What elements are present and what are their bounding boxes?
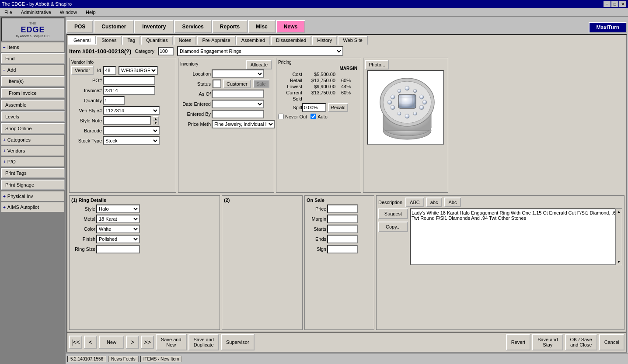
nav-services[interactable]: Services xyxy=(174,20,211,33)
nav-inventory[interactable]: Inventory xyxy=(134,20,174,33)
metal-row: Metal 18 Karat xyxy=(71,215,218,223)
sidebar-item-po[interactable]: + P/O xyxy=(1,156,65,167)
scrollbar[interactable]: ▲ ▼ xyxy=(615,208,622,265)
nav-pos[interactable]: POS xyxy=(66,20,93,33)
menu-file[interactable]: File xyxy=(2,9,15,16)
next-button[interactable]: > xyxy=(126,336,139,349)
description-textarea[interactable] xyxy=(410,208,622,265)
nav-reports[interactable]: Reports xyxy=(212,20,248,33)
revert-button[interactable]: Revert xyxy=(506,334,530,350)
sidebar-item-categories[interactable]: + Categories xyxy=(1,135,65,145)
style-note-down[interactable]: ▼ xyxy=(153,121,159,125)
menu-administrative[interactable]: Administrative xyxy=(18,9,54,16)
ring-size-input[interactable] xyxy=(96,245,140,253)
stock-type-select[interactable]: Stock xyxy=(103,136,160,145)
entered-by-input[interactable] xyxy=(212,110,264,118)
ven-style-select[interactable]: 1122314 xyxy=(103,106,160,115)
save-stay-button[interactable]: Save andStay xyxy=(532,334,563,350)
sidebar-item-levels[interactable]: Levels xyxy=(1,111,65,122)
finish-select[interactable]: Polished xyxy=(96,235,140,243)
last-button[interactable]: >> xyxy=(141,336,154,349)
location-select[interactable] xyxy=(212,69,264,78)
save-duplicate-button[interactable]: Save andDuplicate xyxy=(188,334,219,350)
sidebar-item-print-tags[interactable]: Print Tags xyxy=(1,168,65,178)
copy-button[interactable]: Copy... xyxy=(378,222,408,232)
suggest-button[interactable]: Suggest xyxy=(378,208,408,219)
date-entered-select[interactable] xyxy=(212,100,264,108)
vendor-id-input[interactable] xyxy=(103,66,116,75)
scroll-up[interactable]: ▲ xyxy=(617,210,621,214)
cancel-button[interactable]: Cancel xyxy=(599,334,625,350)
style-note-up[interactable]: ▲ xyxy=(153,116,159,121)
menu-window[interactable]: Window xyxy=(57,9,80,16)
close-btn[interactable]: ✕ xyxy=(619,1,626,7)
sidebar-item-items-sub[interactable]: Item(s) xyxy=(1,76,65,87)
tab-web-site[interactable]: Web Site xyxy=(338,36,367,45)
invoice-input[interactable] xyxy=(103,86,155,95)
tab-stones[interactable]: Stones xyxy=(96,36,122,45)
prev-button[interactable]: < xyxy=(84,336,97,349)
as-of-input[interactable] xyxy=(212,90,264,98)
allocate-button[interactable]: Allocate xyxy=(246,60,272,69)
sidebar-item-shop-online[interactable]: Shop Online xyxy=(1,123,65,134)
desc-abc-btn[interactable]: ABC xyxy=(405,198,424,207)
sidebar-item-items[interactable]: − Items xyxy=(1,42,65,52)
nav-misc[interactable]: Misc xyxy=(248,20,276,33)
supervisor-button[interactable]: Supervisor xyxy=(221,334,255,350)
price-meth-select[interactable]: Fine Jewelry, Individual Iten xyxy=(212,120,275,128)
sale-price-input[interactable] xyxy=(327,205,358,213)
sidebar-item-vendors[interactable]: + Vendors xyxy=(1,146,65,156)
status-input[interactable] xyxy=(213,80,221,88)
category-code[interactable] xyxy=(158,47,174,55)
tab-quantities[interactable]: Quantities xyxy=(141,36,173,45)
desc-abc2-btn[interactable]: abc xyxy=(426,198,443,207)
sale-margin-input[interactable] xyxy=(327,215,358,223)
sidebar-item-print-signage[interactable]: Print Signage xyxy=(1,180,65,190)
tab-tag[interactable]: Tag xyxy=(122,36,140,45)
vendor-name-select[interactable]: WEISBURGE xyxy=(119,66,158,75)
sidebar-item-add[interactable]: − Add xyxy=(1,65,65,75)
tab-assembled[interactable]: Assembled xyxy=(236,36,270,45)
maximize-btn[interactable]: □ xyxy=(611,1,618,7)
minimize-btn[interactable]: − xyxy=(604,1,611,7)
tab-disassembled[interactable]: Disassembled xyxy=(271,36,311,45)
sidebar-item-find[interactable]: Find xyxy=(1,53,65,64)
sale-starts-input[interactable] xyxy=(327,225,358,233)
menu-help[interactable]: Help xyxy=(83,9,98,16)
tab-history[interactable]: History xyxy=(312,36,337,45)
first-button[interactable]: |<< xyxy=(69,336,82,349)
desc-abc3-btn[interactable]: Abc xyxy=(444,198,461,207)
scroll-down[interactable]: ▼ xyxy=(617,260,621,264)
tab-pre-appraise[interactable]: Pre-Appraise xyxy=(197,36,235,45)
barcode-select[interactable] xyxy=(103,126,160,135)
never-out-checkbox[interactable] xyxy=(278,114,284,119)
sidebar-item-aims[interactable]: + AIMS Autopilot xyxy=(1,202,65,212)
style-select[interactable]: Halo xyxy=(96,205,140,213)
nav-maxiturn[interactable]: MaxiTurn xyxy=(589,22,627,33)
sidebar-item-from-invoice[interactable]: From Invoice xyxy=(1,88,65,98)
recalc-button[interactable]: Recalc xyxy=(328,103,348,112)
metal-select[interactable]: 18 Karat xyxy=(96,215,140,223)
nav-news[interactable]: News xyxy=(276,20,305,33)
color-select[interactable]: White xyxy=(96,225,140,233)
quantity-input[interactable] xyxy=(103,96,125,105)
ok-save-button[interactable]: OK / Saveand Close xyxy=(565,334,597,350)
sale-ends-input[interactable] xyxy=(327,235,358,243)
spiff-input[interactable] xyxy=(302,103,326,112)
style-note-input[interactable] xyxy=(103,116,151,125)
auto-checkbox[interactable] xyxy=(311,114,316,119)
vendor-button[interactable]: Vendor xyxy=(71,66,94,75)
customer-status-btn[interactable]: Customer xyxy=(223,80,251,88)
new-button[interactable]: New xyxy=(99,336,124,349)
sidebar-item-assemble[interactable]: Assemble xyxy=(1,100,65,110)
sale-sign-input[interactable] xyxy=(327,245,358,253)
sidebar-item-physical-inv[interactable]: + Physical Inv xyxy=(1,191,65,201)
nav-customer[interactable]: Customer xyxy=(94,20,134,33)
po-input[interactable] xyxy=(103,76,155,85)
sale-status-btn[interactable]: Sale xyxy=(253,80,269,88)
tab-general[interactable]: General xyxy=(68,36,96,45)
save-new-button[interactable]: Save andNew xyxy=(156,334,186,350)
photo-button[interactable]: Photo... xyxy=(365,60,389,69)
tab-notes[interactable]: Notes xyxy=(174,36,197,45)
category-select[interactable]: Diamond Engagement Rings xyxy=(177,46,343,56)
